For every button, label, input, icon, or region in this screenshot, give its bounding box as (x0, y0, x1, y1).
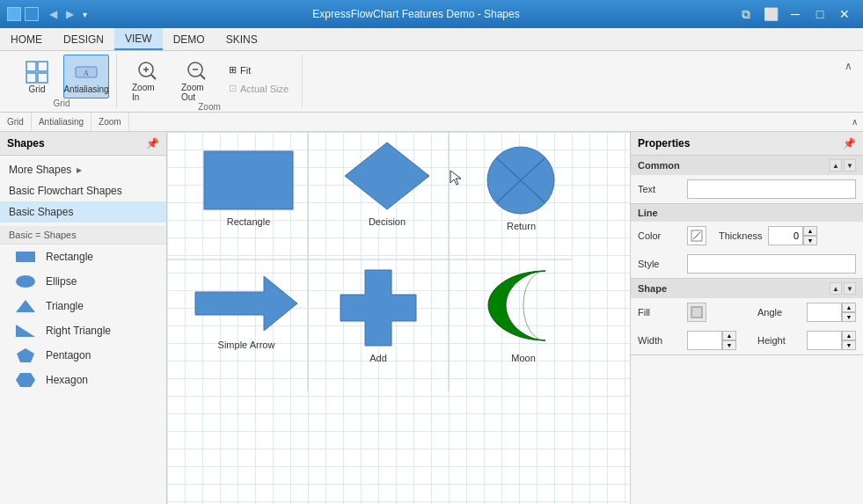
width-down-button[interactable]: ▼ (722, 340, 736, 350)
decision-canvas-item[interactable]: Decision (343, 141, 431, 227)
basic-flowchart-label: Basic Flowchart Shapes (9, 185, 122, 197)
zoom-in-button[interactable]: Zoom In (124, 58, 170, 102)
shape-scroll-down[interactable]: ▼ (844, 282, 856, 295)
app-icon-2 (25, 7, 39, 21)
canvas-area[interactable]: Rectangle Decision Return (167, 132, 630, 504)
sidebar-shape-triangle[interactable]: Triangle (0, 294, 166, 318)
maximize-restore-button[interactable]: ⬜ (759, 4, 782, 25)
minimize-button[interactable]: ─ (784, 4, 807, 25)
menu-demo[interactable]: DEMO (163, 28, 216, 50)
right-triangle-sidebar-icon (14, 322, 37, 340)
line-section-label: Line (638, 208, 658, 218)
svg-rect-2 (26, 73, 36, 83)
angle-up-button[interactable]: ▲ (842, 303, 856, 312)
zoom-group-label: Zoom (198, 102, 221, 113)
actual-size-button[interactable]: ⊡ Actual Size (223, 80, 295, 97)
menu-design[interactable]: DESIGN (53, 28, 114, 50)
rectangle-label: Rectangle (46, 251, 93, 263)
zoom-small-buttons: ⊞ Fit ⊡ Actual Size (223, 62, 295, 97)
fit-button[interactable]: ⊞ Fit (223, 62, 295, 78)
moon-canvas-item[interactable]: Moon (484, 264, 563, 363)
sidebar-item-basic-shapes[interactable]: Basic Shapes (0, 201, 166, 223)
line-section-header: Line (631, 204, 863, 222)
common-section: Common ▲ ▼ Text (631, 156, 863, 204)
rectangle-canvas-item[interactable]: Rectangle (202, 150, 295, 227)
common-scroll-up[interactable]: ▲ (830, 159, 842, 172)
grid-group-label: Grid (54, 99, 70, 110)
cursor-indicator (449, 169, 466, 186)
width-height-row: Width ▲ ▼ Height ▲ ▼ (631, 326, 863, 354)
title-bar-nav: ◀ ▶ ▾ (46, 6, 91, 22)
antialiasing-button[interactable]: A Antialiasing (63, 55, 109, 99)
sidebar-item-basic-flowchart[interactable]: Basic Flowchart Shapes (0, 180, 166, 201)
menu-home[interactable]: HOME (0, 28, 53, 50)
restore-button[interactable]: ⧉ (735, 4, 757, 25)
fill-label: Fill (638, 307, 682, 318)
back-button[interactable]: ◀ (46, 6, 61, 22)
width-input[interactable] (687, 331, 722, 350)
thickness-down-button[interactable]: ▼ (803, 236, 817, 245)
close-button[interactable]: ✕ (833, 4, 856, 25)
return-canvas-item[interactable]: Return (484, 145, 559, 231)
thickness-label: Thickness (719, 230, 763, 241)
text-field-label: Text (638, 184, 682, 194)
fill-button[interactable] (687, 303, 706, 322)
dropdown-button[interactable]: ▾ (79, 6, 91, 22)
style-input[interactable] (687, 254, 856, 274)
sidebar-pin-icon[interactable]: 📌 (146, 137, 159, 150)
properties-header: Properties 📌 (631, 132, 863, 156)
common-section-label: Common (638, 160, 680, 171)
angle-spin: ▲ ▼ (807, 303, 856, 322)
add-canvas-item[interactable]: Add (339, 268, 418, 363)
thickness-input[interactable] (768, 226, 803, 245)
height-input[interactable] (807, 331, 842, 350)
color-picker-button[interactable] (687, 226, 706, 245)
angle-input[interactable] (807, 303, 842, 322)
rectangle-canvas-label: Rectangle (227, 216, 271, 227)
sidebar-shape-pentagon[interactable]: Pentagon (0, 343, 166, 368)
menu-skins[interactable]: SKINS (216, 28, 268, 50)
angle-down-button[interactable]: ▼ (842, 312, 856, 322)
more-shapes-arrow-icon: ▶ (77, 166, 82, 174)
ribbon-label-grid: Grid (0, 113, 32, 131)
maximize-button[interactable]: □ (808, 4, 831, 25)
basic-shapes-section-label: Basic = Shapes (0, 226, 166, 245)
forward-button[interactable]: ▶ (62, 6, 77, 22)
svg-text:A: A (84, 69, 89, 77)
menu-view[interactable]: VIEW (114, 28, 163, 50)
height-up-button[interactable]: ▲ (842, 331, 856, 340)
sidebar-shape-ellipse[interactable]: Ellipse (0, 269, 166, 294)
text-input[interactable] (687, 179, 856, 199)
properties-pin-icon[interactable]: 📌 (843, 137, 856, 150)
width-label: Width (638, 335, 682, 346)
main-area: Shapes 📌 More Shapes ▶ Basic Flowchart S… (0, 132, 863, 504)
right-triangle-label: Right Triangle (46, 325, 111, 337)
sidebar-shape-hexagon[interactable]: Hexagon (0, 368, 166, 392)
sidebar-item-more-shapes[interactable]: More Shapes ▶ (0, 159, 166, 180)
width-up-button[interactable]: ▲ (722, 331, 736, 340)
shape-section: Shape ▲ ▼ Fill Angle ▲ ▼ (631, 279, 863, 355)
simple-arrow-canvas-item[interactable]: Simple Arrow (194, 273, 299, 350)
sidebar-title: Shapes (7, 137, 45, 150)
shape-scroll-up[interactable]: ▲ (830, 282, 842, 295)
basic-shapes-label: Basic Shapes (9, 206, 73, 218)
height-down-button[interactable]: ▼ (842, 340, 856, 350)
app-icons (7, 7, 39, 21)
grid-button[interactable]: Grid (14, 55, 60, 99)
actual-size-label: Actual Size (240, 84, 289, 94)
thickness-up-button[interactable]: ▲ (803, 226, 817, 236)
ribbon-label-collapse[interactable]: ∧ (846, 117, 863, 127)
sidebar-shape-rectangle[interactable]: Rectangle (0, 245, 166, 269)
window-title: ExpressFlowChart Features Demo - Shapes (98, 8, 735, 20)
ribbon-collapse-button[interactable]: ∧ (841, 58, 856, 74)
zoom-in-icon (135, 58, 159, 83)
sidebar-shape-right-triangle[interactable]: Right Triangle (0, 318, 166, 343)
antialiasing-button-label: Antialiasing (63, 84, 108, 94)
zoom-out-button[interactable]: Zoom Out (173, 58, 219, 102)
antialiasing-icon: A (74, 60, 99, 84)
common-scroll-down[interactable]: ▼ (844, 159, 856, 172)
zoom-in-label: Zoom In (132, 83, 162, 102)
simple-arrow-canvas-label: Simple Arrow (218, 340, 275, 350)
svg-marker-21 (345, 142, 429, 209)
menu-bar: HOME DESIGN VIEW DEMO SKINS (0, 28, 863, 51)
